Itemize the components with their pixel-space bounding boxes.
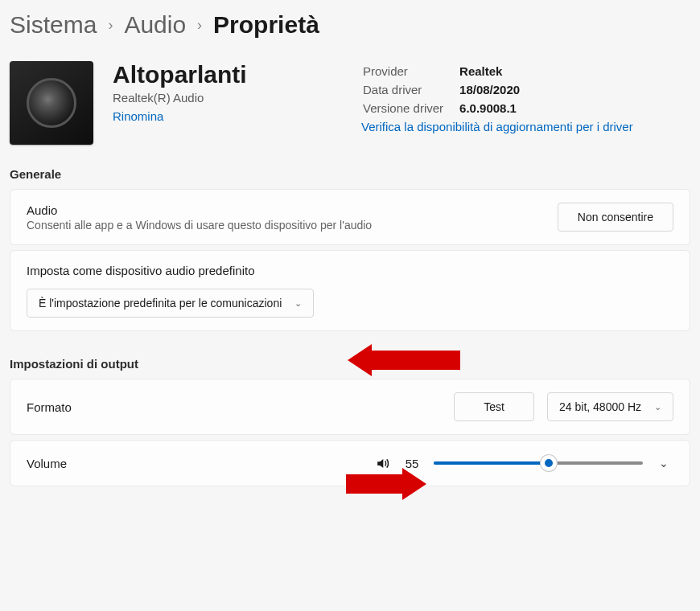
expand-chevron[interactable]: ⌄ bbox=[654, 453, 673, 473]
driver-provider-value: Realtek bbox=[459, 63, 534, 80]
device-name: Altoparlanti bbox=[113, 61, 247, 88]
audio-card-subtitle: Consenti alle app e a Windows di usare q… bbox=[27, 219, 545, 232]
audio-permission-card: Audio Consenti alle app e a Windows di u… bbox=[10, 189, 690, 245]
driver-provider-label: Provider bbox=[363, 63, 458, 80]
driver-info-table: Provider Realtek Data driver 18/08/2020 … bbox=[361, 61, 536, 118]
volume-title: Volume bbox=[27, 457, 362, 470]
breadcrumb: Sistema › Audio › Proprietà bbox=[0, 0, 700, 61]
chevron-down-icon: ⌄ bbox=[654, 402, 661, 412]
device-subtitle: Realtek(R) Audio bbox=[113, 91, 247, 105]
driver-version-label: Versione driver bbox=[363, 100, 458, 117]
rename-link[interactable]: Rinomina bbox=[113, 109, 163, 123]
volume-value: 55 bbox=[401, 457, 422, 470]
volume-icon[interactable] bbox=[375, 456, 390, 471]
default-device-selected: È l'impostazione predefinita per le comu… bbox=[39, 297, 282, 310]
format-title: Formato bbox=[27, 400, 441, 414]
test-button[interactable]: Test bbox=[454, 392, 534, 421]
driver-date-value: 18/08/2020 bbox=[459, 81, 534, 98]
driver-version-value: 6.0.9008.1 bbox=[459, 100, 534, 117]
format-select[interactable]: 24 bit, 48000 Hz ⌄ bbox=[547, 392, 673, 421]
volume-slider[interactable] bbox=[434, 457, 643, 470]
breadcrumb-sistema[interactable]: Sistema bbox=[10, 11, 97, 39]
chevron-down-icon: ⌄ bbox=[294, 298, 302, 309]
default-device-card: Imposta come dispositivo audio predefini… bbox=[10, 250, 690, 331]
default-device-select[interactable]: È l'impostazione predefinita per le comu… bbox=[27, 289, 314, 318]
speaker-device-icon bbox=[10, 61, 93, 145]
breadcrumb-current: Proprietà bbox=[213, 11, 319, 39]
deny-audio-button[interactable]: Non consentire bbox=[558, 203, 673, 232]
format-selected: 24 bit, 48000 Hz bbox=[559, 400, 641, 413]
default-device-title: Imposta come dispositivo audio predefini… bbox=[27, 264, 673, 277]
check-driver-updates-link[interactable]: Verifica la disponibilità di aggiornamen… bbox=[361, 120, 633, 133]
format-card: Formato Test 24 bit, 48000 Hz ⌄ bbox=[10, 379, 690, 435]
audio-card-title: Audio bbox=[27, 203, 545, 217]
section-title-output: Impostazioni di output bbox=[0, 336, 700, 379]
chevron-right-icon: › bbox=[197, 17, 202, 34]
section-title-general: Generale bbox=[0, 167, 700, 189]
breadcrumb-audio[interactable]: Audio bbox=[124, 11, 186, 39]
chevron-right-icon: › bbox=[108, 17, 113, 34]
volume-card: Volume 55 ⌄ bbox=[10, 440, 690, 486]
driver-date-label: Data driver bbox=[363, 81, 458, 98]
